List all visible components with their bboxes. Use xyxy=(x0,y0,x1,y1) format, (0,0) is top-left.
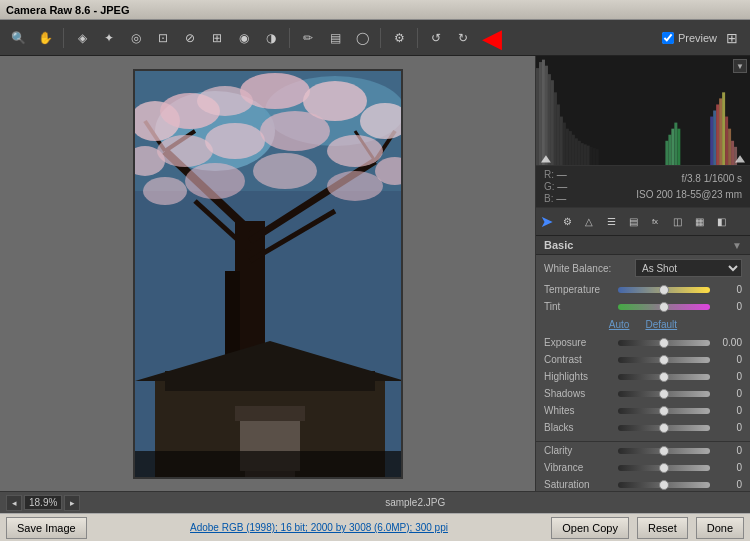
clarity-thumb[interactable] xyxy=(659,446,669,456)
filename-info: sample2.JPG xyxy=(86,497,744,508)
exposure-thumb[interactable] xyxy=(659,338,669,348)
spot-removal-tool[interactable]: ◉ xyxy=(232,26,256,50)
g-value: — xyxy=(557,181,567,192)
preview-area: Preview xyxy=(662,32,717,44)
svg-rect-62 xyxy=(674,123,677,165)
svg-rect-70 xyxy=(728,129,731,165)
whites-thumb[interactable] xyxy=(659,406,669,416)
clarity-row: Clarity 0 xyxy=(536,442,750,459)
image-info-link[interactable]: Adobe RGB (1998); 16 bit; 2000 by 3008 (… xyxy=(95,522,544,533)
camera-info: f/3.8 1/1600 s xyxy=(636,171,742,187)
contrast-slider[interactable] xyxy=(618,357,710,363)
crop-tool[interactable]: ⊡ xyxy=(151,26,175,50)
white-balance-select[interactable]: As Shot Auto Daylight Cloudy Shade Tungs… xyxy=(635,259,742,277)
rotate-cw-tool[interactable]: ↻ xyxy=(451,26,475,50)
svg-rect-34 xyxy=(235,406,305,421)
adjustment-brush-tool[interactable]: ✏ xyxy=(296,26,320,50)
svg-rect-57 xyxy=(593,148,596,165)
blacks-label: Blacks xyxy=(544,422,614,433)
svg-rect-51 xyxy=(575,138,578,165)
svg-rect-39 xyxy=(539,62,542,165)
shadows-thumb[interactable] xyxy=(659,389,669,399)
saturation-value: 0 xyxy=(714,479,742,490)
fullscreen-btn[interactable]: ⊞ xyxy=(720,26,744,50)
svg-rect-42 xyxy=(548,74,551,165)
tint-thumb[interactable] xyxy=(659,302,669,312)
tone-curve-btn[interactable]: △ xyxy=(579,212,599,232)
rotate-ccw-tool[interactable]: ↺ xyxy=(424,26,448,50)
saturation-slider[interactable] xyxy=(618,482,710,488)
highlights-thumb[interactable] xyxy=(659,372,669,382)
svg-rect-41 xyxy=(545,66,548,165)
tint-slider[interactable] xyxy=(618,304,710,310)
detail-btn[interactable]: ☰ xyxy=(601,212,621,232)
white-balance-tool[interactable]: ◈ xyxy=(70,26,94,50)
preview-checkbox[interactable] xyxy=(662,32,674,44)
blacks-thumb[interactable] xyxy=(659,423,669,433)
zoom-tool[interactable]: 🔍 xyxy=(6,26,30,50)
graduated-filter-tool[interactable]: ▤ xyxy=(323,26,347,50)
histogram-area: ▼ xyxy=(536,56,750,166)
reset-btn[interactable]: Reset xyxy=(637,517,688,539)
whites-slider[interactable] xyxy=(618,408,710,414)
svg-rect-60 xyxy=(668,135,671,165)
preferences-tool[interactable]: ⚙ xyxy=(387,26,411,50)
split-toning-btn[interactable]: fx xyxy=(645,212,665,232)
svg-rect-67 xyxy=(719,98,722,165)
right-panel: ▼ R: — G: — B: xyxy=(535,56,750,491)
default-btn[interactable]: Default xyxy=(645,319,677,330)
shadows-slider[interactable] xyxy=(618,391,710,397)
highlights-slider[interactable] xyxy=(618,374,710,380)
done-btn[interactable]: Done xyxy=(696,517,744,539)
blue-annotation-arrow: ➤ xyxy=(540,212,553,231)
save-image-btn[interactable]: Save Image xyxy=(6,517,87,539)
svg-rect-52 xyxy=(578,141,581,165)
shadows-row: Shadows 0 xyxy=(536,385,750,402)
open-copy-btn[interactable]: Open Copy xyxy=(551,517,629,539)
iso-info: ISO 200 18-55@23 mm xyxy=(636,187,742,203)
targeted-adjustment-tool[interactable]: ◎ xyxy=(124,26,148,50)
svg-point-24 xyxy=(327,135,383,167)
basic-panel-btn[interactable]: ⚙ xyxy=(557,212,577,232)
svg-point-17 xyxy=(240,73,310,109)
radial-filter-tool[interactable]: ◯ xyxy=(350,26,374,50)
whites-label: Whites xyxy=(544,405,614,416)
zoom-increment-btn[interactable]: ▸ xyxy=(64,495,80,511)
svg-rect-38 xyxy=(536,68,539,165)
toolbar: 🔍 ✋ ◈ ✦ ◎ ⊡ ⊘ ⊞ ◉ ◑ ✏ ▤ ◯ ⚙ ↺ ↻ ◀ Previe… xyxy=(0,20,750,56)
vibrance-label: Vibrance xyxy=(544,462,614,473)
blacks-slider[interactable] xyxy=(618,425,710,431)
exposure-slider[interactable] xyxy=(618,340,710,346)
hand-tool[interactable]: ✋ xyxy=(33,26,57,50)
auto-btn[interactable]: Auto xyxy=(609,319,630,330)
photo-frame xyxy=(133,69,403,479)
red-eye-tool[interactable]: ◑ xyxy=(259,26,283,50)
temperature-thumb[interactable] xyxy=(659,285,669,295)
svg-rect-48 xyxy=(566,129,569,165)
saturation-thumb[interactable] xyxy=(659,480,669,490)
svg-rect-49 xyxy=(569,131,572,165)
temperature-slider[interactable] xyxy=(618,287,710,293)
camera-calibration-btn[interactable]: ◧ xyxy=(711,212,731,232)
vibrance-thumb[interactable] xyxy=(659,463,669,473)
zoom-decrement-btn[interactable]: ◂ xyxy=(6,495,22,511)
bottom-bar: Save Image Adobe RGB (1998); 16 bit; 200… xyxy=(0,513,750,541)
color-sampler-tool[interactable]: ✦ xyxy=(97,26,121,50)
lens-corrections-btn[interactable]: ◫ xyxy=(667,212,687,232)
straighten-tool[interactable]: ⊘ xyxy=(178,26,202,50)
clarity-slider[interactable] xyxy=(618,448,710,454)
vibrance-slider[interactable] xyxy=(618,465,710,471)
svg-rect-65 xyxy=(713,111,716,166)
temperature-label: Temperature xyxy=(544,284,614,295)
svg-rect-53 xyxy=(581,143,584,165)
b-label: B: xyxy=(544,193,553,204)
svg-rect-58 xyxy=(596,149,599,165)
contrast-thumb[interactable] xyxy=(659,355,669,365)
transform-tool[interactable]: ⊞ xyxy=(205,26,229,50)
hsl-btn[interactable]: ▤ xyxy=(623,212,643,232)
svg-rect-69 xyxy=(725,117,728,165)
effects-btn[interactable]: ▦ xyxy=(689,212,709,232)
histogram-menu-btn[interactable]: ▼ xyxy=(733,59,747,73)
section-collapse-btn[interactable]: ▼ xyxy=(732,240,742,251)
svg-rect-55 xyxy=(587,146,590,165)
